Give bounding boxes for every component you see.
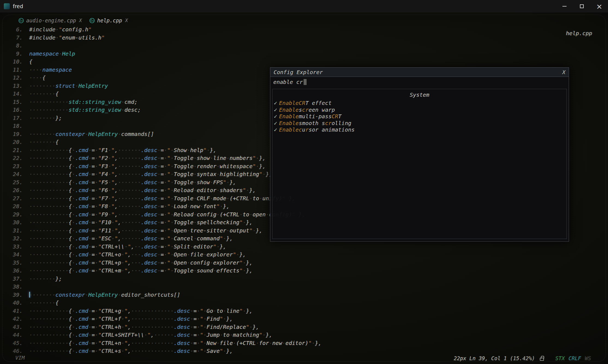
- code-line-content[interactable]: ············{·.cmd·=·"F2·",·······.desc·…: [25, 154, 266, 162]
- code-line-content[interactable]: ············{·.cmd·=·"CTRL+n·",·········…: [25, 339, 322, 347]
- code-token: =: [161, 227, 164, 234]
- popup-title: Config Explorer: [274, 69, 323, 75]
- code-line-content[interactable]: ············{·.cmd·=·"F6·",·······.desc·…: [25, 186, 256, 195]
- code-line-content[interactable]: #include·"enum-utils.h": [25, 34, 105, 42]
- code-token: editor_shortcuts[]: [121, 292, 180, 298]
- code-line-content[interactable]: ········{: [25, 90, 59, 98]
- code-line-content[interactable]: ············{·.cmd·=·"CTRL+f·",·········…: [25, 315, 233, 323]
- code-line-content[interactable]: ············{·.cmd·=·"ESC·",······.desc·…: [25, 235, 233, 243]
- code-token: },: [239, 251, 246, 258]
- code-line-content[interactable]: ············std::string_view·desc;: [25, 106, 141, 114]
- whitespace-dots: ·: [88, 147, 92, 153]
- config-option[interactable]: ✓Enable cursor animations: [272, 126, 567, 133]
- code-line-content[interactable]: ············{·.cmd·=·"F9·",·······.desc·…: [25, 211, 305, 219]
- code-line-content[interactable]: ············{·.cmd·=·"CTRL+m·",···.desc·…: [25, 267, 253, 275]
- code-token: ": [167, 227, 170, 234]
- code-line-content[interactable]: ········constexpr·HelpEntry·commands[]: [25, 130, 154, 138]
- code-line-content[interactable]: ············{·.cmd·=·"F3·",·······.desc·…: [25, 162, 266, 171]
- code-line-content[interactable]: ············{·.cmd·=·"F7·",·······.desc·…: [25, 195, 295, 203]
- code-token: =: [92, 179, 95, 186]
- code-line-content[interactable]: ············{·.cmd·=·"CTRL+\\·",··.desc·…: [25, 243, 226, 251]
- code-line-content[interactable]: ············{·.cmd·=·"F4·",·······.desc·…: [25, 170, 272, 178]
- code-line-content[interactable]: ········};: [25, 275, 62, 283]
- code-token: to: [223, 332, 230, 338]
- code-token: ": [233, 251, 236, 258]
- whitespace-dots: ·: [108, 187, 111, 193]
- whitespace-dots: ·: [72, 195, 75, 202]
- line-number: 43.: [0, 323, 25, 331]
- whitespace-dots: ·: [170, 147, 174, 153]
- code-token: ": [111, 195, 115, 202]
- config-option[interactable]: ✓Enable CRT effect: [272, 100, 567, 107]
- code-token: .desc: [174, 316, 190, 322]
- minimize-button[interactable]: [556, 0, 573, 13]
- code-line-content[interactable]: ········{: [25, 138, 59, 146]
- whitespace-dots: ·: [108, 179, 111, 186]
- code-line-content[interactable]: #include·"config.h": [25, 26, 92, 34]
- whitespace-dots: ·: [266, 211, 269, 218]
- code-line-content[interactable]: ········constexpr·HelpEntry·editor_short…: [25, 291, 180, 299]
- code-line-content[interactable]: ············{·.cmd·=·"F1·",·······.desc·…: [25, 146, 217, 154]
- popup-titlebar[interactable]: Config Explorer X: [270, 68, 569, 77]
- whitespace-dots: ·: [282, 340, 285, 346]
- code-token: =: [193, 340, 197, 346]
- code-token: ": [111, 179, 115, 186]
- code-token: ": [98, 203, 101, 210]
- vim-mode-indicator: VIM: [15, 355, 25, 361]
- whitespace-dots: ············: [29, 348, 69, 354]
- code-line-content[interactable]: [25, 42, 29, 50]
- code-token: },: [226, 235, 233, 242]
- code-token: ESC: [101, 235, 111, 242]
- code-token: ": [124, 340, 128, 346]
- code-token: =: [193, 316, 197, 322]
- code-line-content[interactable]: ············{·.cmd·=·"F10·",······.desc·…: [25, 219, 253, 227]
- line-number: 25.: [0, 178, 25, 187]
- code-line-content[interactable]: ····namespace: [25, 66, 72, 74]
- code-line-content[interactable]: ············{·.cmd·=·"CTRL+o·",···.desc·…: [25, 251, 246, 259]
- popup-close-icon[interactable]: X: [562, 69, 565, 75]
- close-button[interactable]: ×: [591, 0, 608, 13]
- maximize-button[interactable]: [573, 0, 591, 13]
- code-line-content[interactable]: ····{: [25, 74, 46, 82]
- code-line-content[interactable]: ············{·.cmd·=·"CTRL+p·",···.desc·…: [25, 259, 253, 267]
- tab-audio-engine[interactable]: C+ audio-engine.cpp X: [15, 16, 85, 25]
- tab-close-icon[interactable]: X: [125, 18, 128, 23]
- code-line-content[interactable]: ············{·.cmd·=·"CTRL+h·",·········…: [25, 323, 259, 331]
- config-option[interactable]: ✓Enable screen warp: [272, 107, 567, 113]
- code-line-content[interactable]: ············{·.cmd·=·"CTRL+SHIFT+\\·",··…: [25, 331, 272, 339]
- code-token: ,: [118, 219, 121, 226]
- tab-help[interactable]: C+ help.cpp X: [86, 16, 131, 25]
- code-line-content[interactable]: ········struct·HelpEntry: [25, 82, 108, 90]
- tab-close-icon[interactable]: X: [79, 18, 82, 23]
- config-search-input[interactable]: enable cr: [270, 77, 569, 87]
- whitespace-dots: ·: [95, 308, 98, 314]
- code-line-content[interactable]: namespace·Help: [25, 50, 75, 58]
- code-line-content[interactable]: ············std::string_view·cmd;: [25, 98, 137, 106]
- code-line-content[interactable]: {: [25, 58, 32, 66]
- window-titlebar: fred ×: [0, 0, 608, 13]
- code-token: .cmd: [75, 155, 88, 161]
- code-line-content[interactable]: ············{·.cmd·=·"CTRL+s·",·········…: [25, 347, 233, 355]
- code-line-content[interactable]: ········};: [25, 114, 62, 122]
- code-token: .cmd: [75, 211, 88, 218]
- code-line-content[interactable]: ············{·.cmd·=·"F11·",······.desc·…: [25, 227, 262, 235]
- code-line-content[interactable]: [25, 122, 29, 130]
- whitespace-dots: ·: [243, 219, 246, 226]
- config-option[interactable]: ✓Enable smooth scrolling: [272, 120, 567, 127]
- whitespace-dots: ·: [72, 316, 75, 322]
- whitespace-dots: ·: [88, 171, 92, 177]
- code-token: spellchecking: [197, 219, 239, 226]
- line-number: 32.: [0, 235, 25, 243]
- whitespace-dots: ·: [233, 340, 236, 346]
- code-token: ": [98, 163, 101, 169]
- config-option[interactable]: ✓Enable multi-pass CRT: [272, 113, 567, 120]
- whitespace-dots: ·: [223, 348, 226, 354]
- code-line-content[interactable]: [25, 283, 29, 291]
- code-line-content[interactable]: ············{·.cmd·=·"F8·",·······.desc·…: [25, 202, 230, 211]
- code-line: 46.············{·.cmd·=·"CTRL+s·",······…: [0, 347, 322, 355]
- code-token: ": [98, 316, 101, 322]
- code-line-content[interactable]: ············{·.cmd·=·"CTRL+g·",·········…: [25, 307, 253, 315]
- code-line-content[interactable]: ········{: [25, 299, 59, 307]
- code-token: {: [69, 211, 72, 218]
- code-line-content[interactable]: ············{·.cmd·=·"F5·",·······.desc·…: [25, 178, 236, 187]
